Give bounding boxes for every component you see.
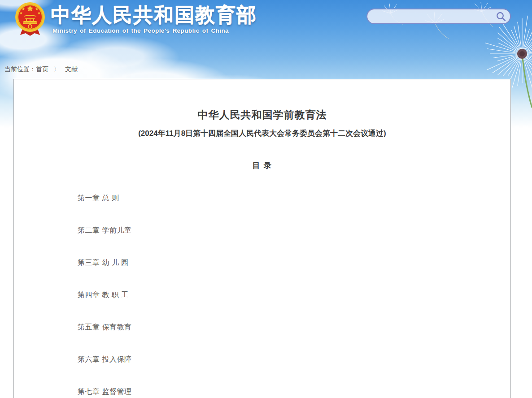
breadcrumb: 当前位置： 首页 〉 文献 <box>4 65 78 74</box>
document-title: 中华人民共和国学前教育法 <box>14 79 510 121</box>
toc-chapter-6: 第六章 投入保障 <box>78 355 510 363</box>
breadcrumb-prefix: 当前位置： <box>4 65 36 74</box>
breadcrumb-link-home[interactable]: 首页 <box>36 65 48 74</box>
document-subtitle: (2024年11月8日第十四届全国人民代表大会常务委员会第十二次会议通过) <box>14 128 510 138</box>
national-emblem-logo <box>15 1 45 40</box>
toc-chapter-4: 第四章 教 职 工 <box>78 290 510 299</box>
toc-list: 第一章 总 则 第二章 学前儿童 第三章 幼 儿 园 第四章 教 职 工 第五章… <box>14 194 510 396</box>
search-button[interactable] <box>495 9 510 23</box>
document-panel: 中华人民共和国学前教育法 (2024年11月8日第十四届全国人民代表大会常务委员… <box>13 79 511 398</box>
search-box <box>366 9 511 24</box>
site-title: 中华人民共和国教育部 <box>51 2 257 28</box>
search-input[interactable] <box>367 9 495 23</box>
toc-chapter-7: 第七章 监督管理 <box>78 387 510 396</box>
toc-heading: 目 录 <box>14 160 510 171</box>
site-subtitle: Ministry of Education of the People's Re… <box>52 27 229 34</box>
breadcrumb-link-docs[interactable]: 文献 <box>65 65 78 74</box>
chevron-right-icon: 〉 <box>54 65 60 74</box>
toc-chapter-2: 第二章 学前儿童 <box>78 226 510 234</box>
toc-chapter-1: 第一章 总 则 <box>78 194 510 202</box>
toc-chapter-5: 第五章 保育教育 <box>78 323 510 331</box>
toc-chapter-3: 第三章 幼 儿 园 <box>78 258 510 267</box>
search-icon <box>496 11 506 22</box>
